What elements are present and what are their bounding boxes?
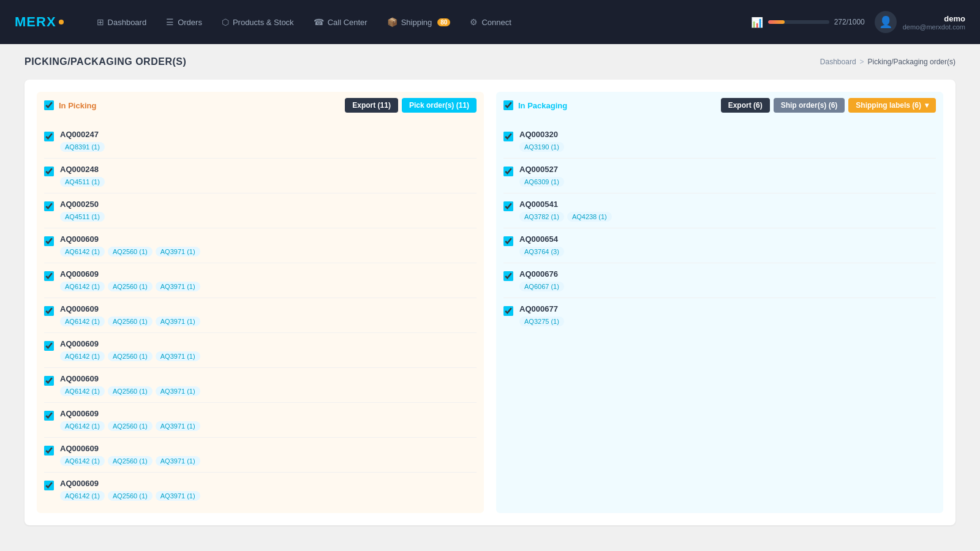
order-tags: AQ3190 (1) — [519, 142, 936, 152]
order-tags: AQ8391 (1) — [60, 142, 477, 152]
order-content: AQ000609 AQ6142 (1)AQ2560 (1)AQ3971 (1) — [60, 304, 477, 326]
order-tag: AQ6142 (1) — [60, 456, 105, 466]
order-tag: AQ3275 (1) — [519, 317, 564, 326]
order-id: AQ000609 — [60, 269, 477, 279]
breadcrumb-home[interactable]: Dashboard — [820, 58, 856, 66]
order-checkbox[interactable] — [44, 201, 54, 211]
pick-orders-button[interactable]: Pick order(s) (11) — [402, 98, 477, 113]
order-tag: AQ2560 (1) — [108, 421, 153, 431]
picking-orders-list: AQ000247 AQ8391 (1) AQ000248 AQ4511 (1) … — [44, 124, 477, 507]
order-content: AQ000609 AQ6142 (1)AQ2560 (1)AQ3971 (1) — [60, 269, 477, 291]
packaging-title-wrap: In Packaging — [503, 100, 567, 110]
order-checkbox[interactable] — [503, 167, 513, 176]
order-checkbox[interactable] — [44, 481, 54, 490]
order-checkbox[interactable] — [44, 446, 54, 455]
order-tags: AQ6067 (1) — [519, 282, 936, 291]
packaging-order-item: AQ000676 AQ6067 (1) — [503, 263, 936, 298]
picking-select-all-checkbox[interactable] — [44, 100, 54, 110]
avatar-icon: 👤 — [879, 15, 892, 29]
order-tag: AQ6142 (1) — [60, 247, 105, 257]
packaging-section-title: In Packaging — [518, 101, 567, 110]
user-info[interactable]: 👤 demo demo@merxdot.com — [875, 11, 965, 33]
packaging-export-button[interactable]: Export (6) — [721, 98, 770, 113]
order-tags: AQ6142 (1)AQ2560 (1)AQ3971 (1) — [60, 282, 477, 291]
picking-title-wrap: In Picking — [44, 100, 96, 110]
order-checkbox[interactable] — [44, 341, 54, 351]
order-content: AQ000609 AQ6142 (1)AQ2560 (1)AQ3971 (1) — [60, 409, 477, 431]
order-checkbox[interactable] — [503, 271, 513, 281]
nav-orders[interactable]: ☰ Orders — [157, 12, 211, 32]
packaging-order-item: AQ000541 AQ3782 (1)AQ4238 (1) — [503, 193, 936, 228]
packaging-order-item: AQ000527 AQ6309 (1) — [503, 159, 936, 193]
order-tag: AQ3971 (1) — [156, 282, 200, 291]
shipping-icon: 📦 — [387, 17, 398, 27]
order-tag: AQ6142 (1) — [60, 317, 105, 326]
order-checkbox[interactable] — [44, 236, 54, 246]
order-tags: AQ6142 (1)AQ2560 (1)AQ3971 (1) — [60, 491, 477, 501]
order-tag: AQ3971 (1) — [156, 351, 200, 361]
order-id: AQ000609 — [60, 409, 477, 418]
ship-orders-button[interactable]: Ship order(s) (6) — [774, 98, 845, 113]
connect-icon: ⚙ — [470, 17, 478, 27]
order-id: AQ000676 — [519, 269, 936, 279]
order-id: AQ000609 — [60, 339, 477, 348]
order-tag: AQ4511 (1) — [60, 177, 105, 187]
progress-label: 272/1000 — [834, 18, 865, 26]
order-content: AQ000248 AQ4511 (1) — [60, 165, 477, 187]
picking-export-button[interactable]: Export (11) — [345, 98, 398, 113]
order-checkbox[interactable] — [503, 132, 513, 141]
order-id: AQ000247 — [60, 130, 477, 139]
order-tag: AQ3971 (1) — [156, 317, 200, 326]
chart-icon: 📊 — [751, 17, 763, 28]
order-tag: AQ3971 (1) — [156, 386, 200, 396]
page-header-row: PICKING/PACKAGING ORDER(S) Dashboard > P… — [24, 56, 956, 67]
order-tag: AQ2560 (1) — [108, 351, 153, 361]
breadcrumb: Dashboard > Picking/Packaging order(s) — [820, 58, 956, 66]
nav-shipping[interactable]: 📦 Shipping 80 — [379, 12, 459, 32]
order-id: AQ000677 — [519, 304, 936, 313]
user-avatar: 👤 — [875, 11, 897, 33]
order-checkbox[interactable] — [44, 376, 54, 386]
nav-products-stock[interactable]: ⬡ Products & Stock — [213, 12, 303, 32]
user-name: demo — [903, 14, 965, 23]
order-tag: AQ3971 (1) — [156, 456, 200, 466]
order-checkbox[interactable] — [503, 306, 513, 316]
order-content: AQ000320 AQ3190 (1) — [519, 130, 936, 152]
order-checkbox[interactable] — [503, 236, 513, 246]
progress-bar-outer — [768, 20, 829, 24]
order-checkbox[interactable] — [44, 271, 54, 281]
order-tag: AQ3764 (3) — [519, 247, 564, 257]
order-tag: AQ6142 (1) — [60, 351, 105, 361]
shipping-labels-button[interactable]: Shipping labels (6) ▾ — [848, 98, 936, 113]
packaging-order-item: AQ000320 AQ3190 (1) — [503, 124, 936, 159]
packaging-section-header: In Packaging Export (6) Ship order(s) (6… — [503, 98, 936, 116]
order-tag: AQ3190 (1) — [519, 142, 564, 152]
order-tag: AQ2560 (1) — [108, 491, 153, 501]
order-content: AQ000541 AQ3782 (1)AQ4238 (1) — [519, 200, 936, 222]
order-id: AQ000527 — [519, 165, 936, 174]
two-col-layout: In Picking Export (11) Pick order(s) (11… — [37, 92, 943, 513]
order-content: AQ000609 AQ6142 (1)AQ2560 (1)AQ3971 (1) — [60, 479, 477, 501]
logo: MERX — [15, 14, 64, 30]
picking-order-item: AQ000609 AQ6142 (1)AQ2560 (1)AQ3971 (1) — [44, 228, 477, 263]
order-checkbox[interactable] — [44, 411, 54, 421]
dashboard-icon: ⊞ — [97, 17, 104, 27]
picking-order-item: AQ000609 AQ6142 (1)AQ2560 (1)AQ3971 (1) — [44, 368, 477, 403]
nav-connect[interactable]: ⚙ Connect — [461, 12, 519, 32]
products-icon: ⬡ — [222, 17, 229, 27]
order-tags: AQ6142 (1)AQ2560 (1)AQ3971 (1) — [60, 386, 477, 396]
order-checkbox[interactable] — [44, 132, 54, 141]
order-tag: AQ2560 (1) — [108, 386, 153, 396]
order-checkbox[interactable] — [44, 306, 54, 316]
order-tags: AQ6142 (1)AQ2560 (1)AQ3971 (1) — [60, 247, 477, 257]
order-tag: AQ2560 (1) — [108, 317, 153, 326]
order-checkbox[interactable] — [44, 167, 54, 176]
nav-call-center[interactable]: ☎ Call Center — [305, 12, 376, 32]
nav-dashboard[interactable]: ⊞ Dashboard — [88, 12, 156, 32]
picking-order-item: AQ000247 AQ8391 (1) — [44, 124, 477, 159]
packaging-select-all-checkbox[interactable] — [503, 100, 513, 110]
order-checkbox[interactable] — [503, 201, 513, 211]
picking-section-title: In Picking — [59, 101, 96, 110]
order-id: AQ000654 — [519, 234, 936, 244]
picking-order-item: AQ000609 AQ6142 (1)AQ2560 (1)AQ3971 (1) — [44, 403, 477, 438]
